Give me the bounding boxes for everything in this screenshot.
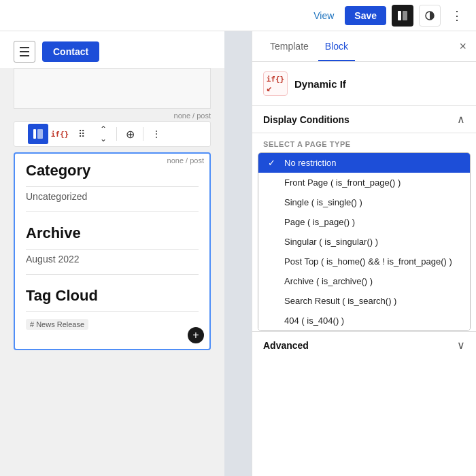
dropdown-option-label: Front Page ( is_front_page() ) [284,177,401,188]
dropdown-option-label: Page ( is_page() ) [284,217,355,227]
toolbar-row: if{} ⠿ ⌃⌄ ⊕ ⋮ [14,121,211,147]
dropdown-option-post-top[interactable]: Post Top ( is_home() && ! is_front_page(… [258,252,470,271]
advanced-section-header[interactable]: Advanced ∨ [252,331,476,358]
panel-tabs: Template Block × [252,31,476,62]
tag-cloud-divider [26,311,199,312]
svg-rect-3 [33,129,36,139]
dropdown-option-label: Single ( is_single() ) [284,197,362,207]
dynamic-if-icon-text: if{}↙ [267,75,285,92]
archive-title: Archive [15,216,209,245]
svg-rect-1 [403,11,407,20]
archive-content: August 2022 [15,254,209,270]
dropdown-option-page[interactable]: Page ( is_page() ) [258,212,470,232]
layout-icon-button[interactable] [392,5,413,27]
dropdown-option-front-page[interactable]: Front Page ( is_front_page() ) [258,173,470,192]
drag-handle-button[interactable]: ⠿ [71,124,92,144]
panel-close-button[interactable]: × [459,39,466,54]
view-button[interactable]: View [308,7,339,24]
tag-cloud-title: Tag Cloud [15,279,209,307]
add-block-button[interactable]: + [188,327,204,343]
svg-rect-4 [37,129,43,139]
dropdown-option-singular[interactable]: Singular ( is_singular() ) [258,232,470,252]
dropdown-option-search-result[interactable]: Search Result ( is_search() ) [258,291,470,311]
hamburger-button[interactable] [14,41,35,63]
align-button[interactable]: ⊕ [120,124,140,144]
dynamic-if-toolbar-button[interactable]: if{} [50,124,70,144]
dropdown-option-label: 404 ( is_404() ) [284,316,344,326]
sidebar-toggle-button[interactable] [28,124,48,144]
content-block [14,68,211,109]
category-none-post-label: none / post [163,155,208,166]
dropdown-option-label: Search Result ( is_search() ) [284,296,396,306]
dropdown-option-single[interactable]: Single ( is_single() ) [258,192,470,212]
editor-area: Contact none / post if{} ⠿ ⌃⌄ ⊕ ⋮ none /… [0,31,224,476]
chevron-up-icon: ∧ [457,113,465,126]
display-conditions-header[interactable]: Display Conditions ∧ [252,106,476,133]
hamburger-line [20,55,29,56]
contrast-icon-button[interactable] [419,5,441,27]
save-button[interactable]: Save [345,6,386,25]
layout-icon [397,10,408,21]
news-release-tag: # News Release [26,319,88,330]
category-divider [26,186,199,187]
archive-divider-2 [26,274,199,275]
dropdown-option-label: Singular ( is_singular() ) [284,237,378,247]
dropdown-option-archive[interactable]: Archive ( is_archive() ) [258,271,470,291]
move-up-down-button[interactable]: ⌃⌄ [93,124,114,144]
more-toolbar-button[interactable]: ⋮ [146,124,167,144]
svg-rect-0 [398,11,401,20]
category-content: Uncategorized [15,191,209,207]
category-block: none / post Category Uncategorized Archi… [14,152,211,350]
advanced-label: Advanced [263,340,309,351]
dynamic-if-label: Dynamic If [294,78,346,90]
dropdown-option-label: Post Top ( is_home() && ! is_front_page(… [284,256,452,267]
category-divider-2 [26,211,199,212]
contrast-icon [424,10,435,21]
hamburger-line [20,47,29,48]
block-tab[interactable]: Block [318,31,355,61]
display-conditions-title: Display Conditions [263,114,350,125]
dropdown-option-no-restriction[interactable]: ✓ No restriction [258,153,470,173]
toolbar-divider [116,127,117,141]
none-post-label-1: none / post [0,112,224,120]
dropdown-option-404[interactable]: 404 ( is_404() ) [258,311,470,330]
select-page-type-label: SELECT A PAGE TYPE [252,133,476,152]
check-icon: ✓ [268,158,279,168]
more-options-button[interactable]: ⋮ [446,5,468,27]
top-bar: View Save ⋮ [0,0,476,31]
dynamic-if-row: if{}↙ Dynamic If [252,62,476,106]
template-tab[interactable]: Template [263,31,316,61]
sidebar-icon [33,129,44,139]
hamburger-line [20,51,29,52]
chevron-down-icon: ∨ [457,339,465,352]
dropdown-option-label: No restriction [284,158,337,168]
right-panel: Template Block × if{}↙ Dynamic If Displa… [252,31,476,476]
toolbar-divider-2 [143,127,143,141]
dynamic-if-icon: if{}↙ [263,71,288,96]
dropdown-option-label: Archive ( is_archive() ) [284,276,373,286]
contact-button[interactable]: Contact [42,41,99,62]
page-type-dropdown[interactable]: ✓ No restriction Front Page ( is_front_p… [258,152,471,331]
archive-divider [26,249,199,250]
